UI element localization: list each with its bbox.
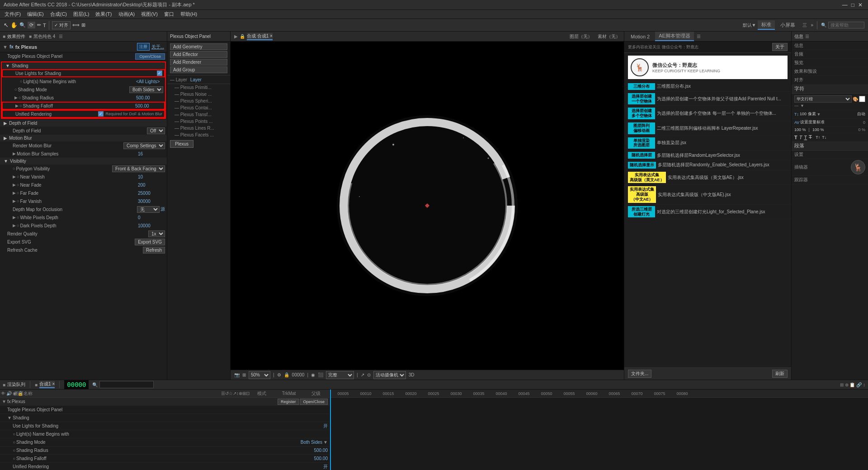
- align-toggle[interactable]: ✓ 对齐: [52, 21, 71, 29]
- char-bold[interactable]: T: [794, 135, 797, 140]
- viewer-lock-btn[interactable]: 🔒: [284, 372, 289, 377]
- info-row-motion-tracker[interactable]: 跟踪器: [792, 176, 868, 184]
- char-header[interactable]: 字符: [792, 85, 868, 94]
- zoom-tool[interactable]: 🔍: [19, 22, 26, 28]
- lights-name-value[interactable]: <All Lights>: [136, 79, 163, 84]
- panel-menu-icon[interactable]: ☰: [59, 34, 63, 39]
- info-row-info[interactable]: 信息: [792, 42, 868, 50]
- viewer-settings-icon[interactable]: ⚙: [277, 372, 281, 377]
- char-tracking-value[interactable]: 设置度量标准: [800, 119, 825, 125]
- mb-samples-value[interactable]: 16: [138, 151, 165, 156]
- info-row-audio[interactable]: 音频: [792, 50, 868, 59]
- far-fade-value[interactable]: 25000: [138, 191, 165, 196]
- pen-tool[interactable]: ✏: [37, 22, 41, 28]
- near-vanish-value[interactable]: 10: [138, 174, 165, 179]
- add-group-btn[interactable]: Add Group: [170, 66, 227, 73]
- ae-about-btn[interactable]: 关于: [772, 43, 788, 51]
- viewer-rgb-icon[interactable]: ⬛: [318, 372, 323, 377]
- ae-item-5[interactable]: 随机选择层 多层随机选择层RandomLayerSelector.jsx: [624, 150, 791, 160]
- viewer-export-icon[interactable]: ↗: [361, 372, 364, 377]
- folder-btn[interactable]: 文件夹...: [628, 370, 651, 378]
- render-mb-dropdown[interactable]: Comp Settings On Off: [123, 142, 165, 149]
- viewer-snap-icon[interactable]: ⊙: [367, 372, 371, 377]
- font-family-select[interactable]: 华文行楷: [794, 95, 852, 103]
- white-pixels-value[interactable]: 0: [138, 215, 165, 220]
- tl-plexus-expand[interactable]: ▼: [2, 399, 6, 404]
- font-color-icon[interactable]: 🎨: [853, 97, 858, 102]
- font-color-swatch[interactable]: [859, 96, 865, 102]
- char-underline[interactable]: T: [804, 135, 807, 140]
- plexus-item-4[interactable]: — Plexus Transf...: [167, 111, 230, 118]
- dof-dropdown[interactable]: Off On: [147, 127, 165, 134]
- motion2-tab[interactable]: Motion 2: [627, 33, 653, 40]
- plexus-item-1[interactable]: — Plexus Noise ...: [167, 91, 230, 98]
- ae-item-6[interactable]: 随机选择显示 多层随机选择层Randomly_Enable_Selected_L…: [624, 160, 791, 170]
- camera-dropdown[interactable]: 活动摄像机: [373, 371, 406, 379]
- tl-open-close-btn[interactable]: Open/Close: [300, 399, 328, 405]
- titlebar-maximize[interactable]: □: [849, 2, 856, 8]
- ae-manager-tab[interactable]: AE脚本管理器: [655, 32, 694, 41]
- ae-item-9[interactable]: 所选三维层创建灯光 对选定的三维层创建灯光Light_for_Selected_…: [624, 205, 791, 220]
- dark-pixels-value[interactable]: 10000: [138, 223, 165, 228]
- para-header[interactable]: 段落: [792, 141, 868, 150]
- ae-item-3[interactable]: 图层阵列偏移动画 二维三维图层阵列偏移动画脚本 LayerRepeater.js…: [624, 121, 791, 136]
- font-style-dropdown[interactable]: ▼: [800, 103, 804, 108]
- char-h-scale[interactable]: 100 %: [794, 127, 806, 132]
- menu-layer[interactable]: 图层(L): [71, 10, 92, 18]
- ae-item-8[interactable]: 实用表达式集高级版（中文AE） 实用表达式集高级版（中文版AE).jsx: [624, 185, 791, 204]
- shading-header[interactable]: ▼ Shading: [2, 62, 165, 69]
- quality-dropdown[interactable]: 完整 一半 四分之一: [326, 371, 354, 379]
- open-close-btn[interactable]: Open/Close: [135, 53, 165, 60]
- titlebar-close[interactable]: ✕: [856, 2, 864, 8]
- menu-help[interactable]: 帮助(H): [178, 10, 200, 18]
- menu-view[interactable]: 视图(V): [138, 10, 160, 18]
- info-row-tracker[interactable]: 插镜器 🦌: [792, 159, 868, 176]
- viewer-compose-tab[interactable]: 合成 合成1 ×: [247, 33, 273, 40]
- playhead[interactable]: [330, 390, 331, 470]
- render-quality-dropdown[interactable]: 1x 2x 4x: [148, 230, 165, 237]
- tl-shading-mode-dropdown[interactable]: ▼: [323, 440, 328, 445]
- ae-item-4[interactable]: 单独渲染所选图层 单独直染层.jsx: [624, 136, 791, 151]
- info-panel-menu[interactable]: ☰: [805, 34, 809, 39]
- viewer-quality-icon[interactable]: ◉: [311, 372, 315, 377]
- menu-compose[interactable]: 合成(C): [47, 10, 70, 18]
- ae-manager-menu[interactable]: ☰: [697, 34, 701, 39]
- export-svg-btn[interactable]: Export SVG: [135, 239, 165, 245]
- polygon-dropdown[interactable]: Front & Back Facing Front Only Back Only: [112, 165, 165, 172]
- depth-map-dropdown[interactable]: 无: [137, 206, 160, 213]
- info-row-preview[interactable]: 预览: [792, 59, 868, 67]
- tl-shading-row[interactable]: ▼ Shading: [0, 414, 330, 422]
- shading-falloff-value[interactable]: 500.00: [135, 103, 162, 108]
- ae-item-7[interactable]: 实用表达式集高级版（英文AE） 实用表达式集高级版（英文版AE）.jsx: [624, 170, 791, 185]
- plexus-item-5[interactable]: — Plexus Points ...: [167, 118, 230, 125]
- toolbar-icon2[interactable]: ⊞: [81, 22, 85, 28]
- menu-edit[interactable]: 编辑(E): [24, 10, 47, 18]
- menu-effects[interactable]: 效果(T): [93, 10, 114, 18]
- char-italic[interactable]: T: [799, 135, 802, 140]
- refresh-btn[interactable]: 刷新: [772, 370, 788, 378]
- menu-file[interactable]: 文件(F): [2, 10, 24, 18]
- add-effector-btn[interactable]: Add Effector: [170, 51, 227, 58]
- ae-item-0[interactable]: 三维分布 三维图层分布.jsx: [624, 82, 791, 92]
- plexus-expand-icon[interactable]: ▼: [3, 44, 8, 50]
- ae-item-1[interactable]: 选择层创建一个空物体 为选择的层创建一个空物体并做父子链接Add Parente…: [624, 92, 791, 107]
- far-vanish-value[interactable]: 30000: [138, 199, 165, 204]
- char-auto-value[interactable]: 自动: [857, 111, 865, 117]
- char-baseline[interactable]: 0 %: [858, 127, 865, 132]
- char-superscript[interactable]: T↑: [816, 135, 820, 140]
- tl-plexus-row[interactable]: ▼ fx Plexus Register Open/Close: [0, 398, 330, 406]
- hand-tool[interactable]: ✋: [10, 22, 18, 28]
- search-help-input[interactable]: [828, 22, 864, 28]
- add-geometry-btn[interactable]: Add Geometry: [170, 43, 227, 50]
- refresh-cache-btn[interactable]: Refresh: [143, 247, 165, 254]
- shading-radius-value[interactable]: 500.00: [136, 95, 163, 100]
- dof-header[interactable]: ▶ Depth of Field: [0, 120, 167, 127]
- char-subscript[interactable]: T↓: [822, 135, 826, 140]
- menu-animation[interactable]: 动画(A): [116, 10, 138, 18]
- titlebar-minimize[interactable]: —: [840, 2, 849, 8]
- tab-standard[interactable]: 标准: [758, 20, 775, 30]
- time-search-icon[interactable]: 🔍: [92, 382, 98, 387]
- char-tracking-num[interactable]: 0: [863, 120, 865, 125]
- plexus-button[interactable]: Plexus: [170, 140, 193, 148]
- select-tool[interactable]: ↖: [4, 22, 9, 28]
